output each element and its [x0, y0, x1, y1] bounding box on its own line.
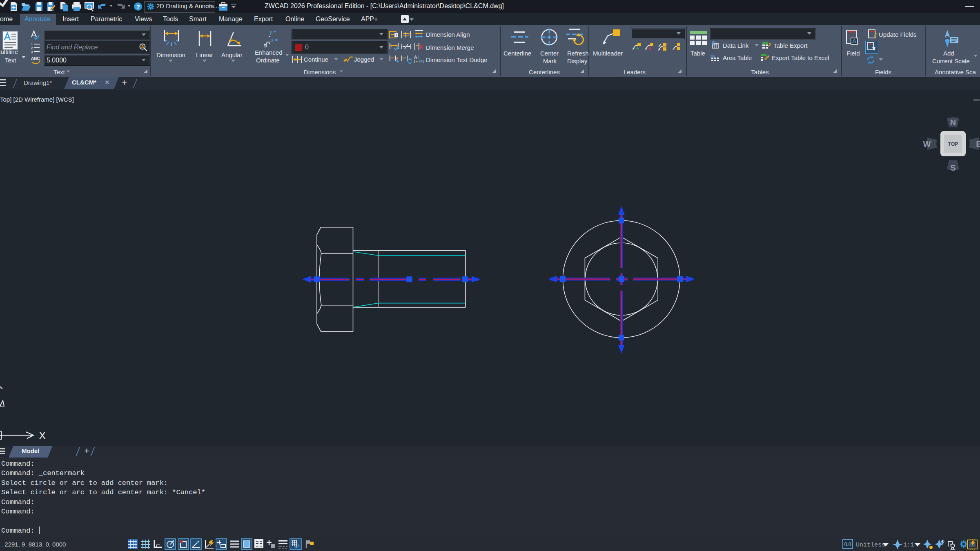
svg-text:a: a	[396, 56, 398, 60]
svg-text:x =: x =	[271, 37, 278, 43]
svg-text:y =: y =	[270, 29, 276, 35]
svg-text:1:1: 1:1	[903, 542, 914, 549]
svg-text:N: N	[950, 118, 956, 127]
svg-text:2: 2	[31, 46, 33, 50]
svg-text:ABC: ABC	[31, 56, 40, 61]
svg-text:S: S	[950, 163, 956, 172]
svg-text:3: 3	[31, 50, 33, 53]
svg-text:X: X	[39, 429, 46, 442]
svg-text:W: W	[923, 140, 931, 149]
svg-text:TOP: TOP	[948, 141, 958, 147]
svg-text:A: A	[141, 44, 144, 49]
svg-text:1: 1	[395, 33, 397, 37]
svg-text:?: ?	[136, 3, 140, 10]
svg-text:E: E	[976, 140, 980, 149]
svg-text:A: A	[414, 55, 417, 60]
svg-text:Unitless: Unitless	[856, 542, 885, 549]
svg-text:1: 1	[31, 42, 33, 46]
svg-text:I: I	[418, 55, 419, 60]
svg-text:M2: M2	[710, 54, 715, 58]
svg-text:0.0: 0.0	[844, 542, 851, 547]
